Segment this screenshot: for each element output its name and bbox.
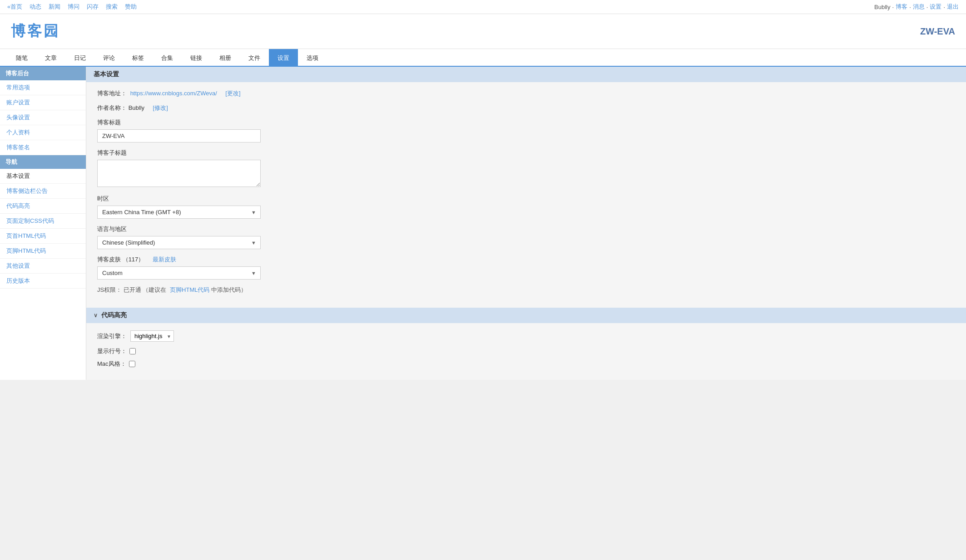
basic-settings-block: 基本设置 博客地址： https://www.cnblogs.com/ZWeva… — [86, 67, 966, 308]
nav-search[interactable]: 搜索 — [106, 3, 118, 11]
language-select-wrap: Chinese (Simplified) ▼ — [97, 236, 261, 249]
language-select[interactable]: Chinese (Simplified) — [97, 236, 261, 249]
author-row: 作者名称： Bublly [修改] — [97, 104, 955, 112]
blog-url-label: 博客地址： — [97, 90, 127, 97]
mac-style-checkbox[interactable] — [129, 361, 135, 367]
blog-subtitle-input[interactable] — [97, 160, 261, 187]
sidebar-item-code-highlight[interactable]: 代码高亮 — [0, 199, 86, 214]
show-line-label: 显示行号： — [97, 347, 127, 355]
tab-article[interactable]: 文章 — [36, 49, 65, 67]
author-edit[interactable]: [修改] — [153, 104, 168, 111]
js-rights-note: （建议在 — [143, 286, 166, 293]
latest-skin-link[interactable]: 最新皮肤 — [153, 256, 176, 263]
nav-logout-link[interactable]: 退出 — [947, 3, 959, 11]
skin-row: 博客皮肤 （117） 最新皮肤 Custom ▼ — [97, 255, 955, 280]
sidebar-item-signature[interactable]: 博客签名 — [0, 140, 86, 155]
mac-style-label: Mac风格： — [97, 360, 126, 368]
blog-url-edit[interactable]: [更改] — [225, 90, 240, 97]
top-nav-left: «首页 动态 新闻 博问 闪存 搜索 赞助 — [7, 3, 137, 11]
nav-dynamic[interactable]: 动态 — [30, 3, 41, 11]
timezone-select[interactable]: Eastern China Time (GMT +8) — [97, 206, 261, 219]
tab-diary[interactable]: 日记 — [65, 49, 94, 67]
code-highlight-form: 渲染引擎： highlight.js ▼ 显示行号： Mac风格： — [86, 323, 966, 380]
tab-album[interactable]: 相册 — [211, 49, 240, 67]
renderer-select-wrap: highlight.js ▼ — [130, 330, 174, 342]
sidebar-item-header-html[interactable]: 页首HTML代码 — [0, 229, 86, 244]
sidebar-item-account-settings[interactable]: 账户设置 — [0, 95, 86, 110]
timezone-row: 时区 Eastern China Time (GMT +8) ▼ — [97, 195, 955, 219]
author-value: Bublly — [129, 104, 144, 111]
tab-collection[interactable]: 合集 — [153, 49, 182, 67]
blog-title-row: 博客标题 — [97, 118, 955, 142]
tab-settings[interactable]: 设置 — [269, 49, 298, 67]
nav-bowen[interactable]: 博问 — [68, 3, 79, 11]
tab-link[interactable]: 链接 — [182, 49, 211, 67]
sidebar-item-common-options[interactable]: 常用选项 — [0, 80, 86, 95]
layout: 博客后台 常用选项 账户设置 头像设置 个人资料 博客签名 导航 基本设置 博客… — [0, 67, 966, 380]
blog-subtitle-row: 博客子标题 — [97, 149, 955, 188]
show-line-checkbox[interactable] — [129, 348, 136, 354]
nav-news[interactable]: 新闻 — [49, 3, 60, 11]
language-row: 语言与地区 Chinese (Simplified) ▼ — [97, 225, 955, 249]
code-highlight-block: ∨ 代码高亮 渲染引擎： highlight.js ▼ 显示行号： — [86, 308, 966, 380]
blog-title-label: 博客标题 — [97, 118, 955, 127]
sidebar-item-custom-css[interactable]: 页面定制CSS代码 — [0, 214, 86, 229]
sidebar-section-blog-backend: 博客后台 — [0, 67, 86, 80]
tab-comment[interactable]: 评论 — [94, 49, 124, 67]
js-rights-note2: 中添加代码） — [211, 286, 247, 293]
main-content: 基本设置 博客地址： https://www.cnblogs.com/ZWeva… — [86, 67, 966, 380]
sidebar-item-sidebar-notice[interactable]: 博客侧边栏公告 — [0, 184, 86, 199]
nav-message-link[interactable]: 消息 — [913, 3, 925, 11]
js-rights-link[interactable]: 页脚HTML代码 — [170, 286, 209, 293]
nav-settings-link[interactable]: 设置 — [930, 3, 941, 11]
sidebar-section-nav: 导航 — [0, 155, 86, 169]
sidebar-item-basic-settings[interactable]: 基本设置 — [0, 169, 86, 184]
blog-url-row: 博客地址： https://www.cnblogs.com/ZWeva/ [更改… — [97, 89, 955, 98]
skin-select-wrap: Custom ▼ — [97, 266, 261, 280]
tab-file[interactable]: 文件 — [240, 49, 269, 67]
blog-title-input[interactable] — [97, 129, 261, 142]
author-label: 作者名称： — [97, 104, 127, 111]
timezone-select-wrap: Eastern China Time (GMT +8) ▼ — [97, 206, 261, 219]
sidebar-item-other-settings[interactable]: 其他设置 — [0, 259, 86, 274]
code-highlight-title: 代码高亮 — [101, 311, 127, 319]
js-rights-value: 已开通 — [124, 286, 141, 293]
nav-blog-link[interactable]: 博客 — [896, 3, 907, 11]
basic-settings-title: 基本设置 — [94, 70, 119, 79]
main-tabs: 随笔 文章 日记 评论 标签 合集 链接 相册 文件 设置 选项 — [0, 49, 966, 67]
renderer-label: 渲染引擎： — [97, 332, 127, 340]
skin-count: （117） — [123, 256, 144, 263]
skin-label-row: 博客皮肤 （117） 最新皮肤 — [97, 255, 955, 264]
basic-settings-header: 基本设置 — [86, 67, 966, 82]
blog-subtitle-label: 博客子标题 — [97, 149, 955, 157]
blog-title-header: ZW-EVA — [920, 26, 955, 37]
tab-suibi[interactable]: 随笔 — [7, 49, 36, 67]
nav-home[interactable]: «首页 — [7, 3, 22, 11]
timezone-label: 时区 — [97, 195, 955, 203]
basic-settings-form: 博客地址： https://www.cnblogs.com/ZWeva/ [更改… — [86, 82, 966, 308]
top-nav-right: Bublly · 博客 · 消息 · 设置 · 退出 — [874, 3, 959, 11]
renderer-row: 渲染引擎： highlight.js ▼ — [97, 330, 955, 342]
tab-options[interactable]: 选项 — [298, 49, 327, 67]
top-nav: «首页 动态 新闻 博问 闪存 搜索 赞助 Bublly · 博客 · 消息 ·… — [0, 0, 966, 14]
code-highlight-header: ∨ 代码高亮 — [86, 308, 966, 323]
sidebar-item-footer-html[interactable]: 页脚HTML代码 — [0, 244, 86, 259]
tab-tag[interactable]: 标签 — [124, 49, 153, 67]
language-label: 语言与地区 — [97, 225, 955, 233]
site-logo: 博客园 — [11, 21, 60, 41]
code-highlight-toggle-icon[interactable]: ∨ — [94, 312, 98, 319]
blog-url-value[interactable]: https://www.cnblogs.com/ZWeva/ — [130, 90, 217, 97]
skin-select[interactable]: Custom — [97, 266, 261, 280]
sidebar-item-history[interactable]: 历史版本 — [0, 274, 86, 289]
header: 博客园 ZW-EVA — [0, 14, 966, 49]
show-line-row: 显示行号： — [97, 347, 955, 355]
sidebar: 博客后台 常用选项 账户设置 头像设置 个人资料 博客签名 导航 基本设置 博客… — [0, 67, 86, 380]
nav-sponsor[interactable]: 赞助 — [125, 3, 137, 11]
mac-style-row: Mac风格： — [97, 360, 955, 368]
sidebar-item-avatar-settings[interactable]: 头像设置 — [0, 110, 86, 125]
sidebar-item-profile[interactable]: 个人资料 — [0, 125, 86, 140]
skin-label: 博客皮肤 — [97, 256, 121, 263]
renderer-select[interactable]: highlight.js — [130, 330, 174, 342]
username: Bublly — [874, 4, 890, 10]
nav-flash[interactable]: 闪存 — [87, 3, 99, 11]
